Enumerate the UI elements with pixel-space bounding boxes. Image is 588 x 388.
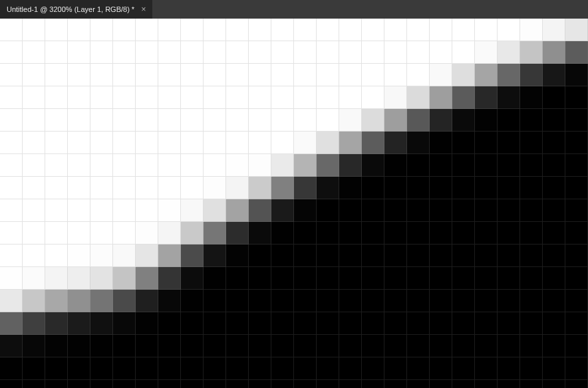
pixel — [23, 222, 45, 244]
pixel — [407, 312, 430, 335]
pixel — [520, 132, 543, 154]
pixel — [45, 267, 68, 290]
pixel — [226, 64, 249, 86]
pixel — [543, 312, 565, 335]
pixel — [136, 335, 158, 357]
pixel — [204, 19, 226, 41]
pixel — [226, 177, 249, 199]
pixel — [362, 19, 384, 41]
pixel — [475, 380, 498, 388]
pixel — [249, 41, 271, 64]
pixel — [181, 41, 204, 64]
close-icon[interactable]: × — [140, 0, 147, 19]
pixel — [249, 154, 271, 177]
pixel — [45, 177, 68, 199]
pixel — [384, 132, 407, 154]
pixel — [113, 132, 136, 154]
pixel — [565, 109, 588, 132]
pixel — [362, 267, 384, 290]
pixel — [317, 312, 339, 335]
pixel — [158, 41, 181, 64]
pixel — [0, 312, 23, 335]
pixel — [136, 312, 158, 335]
pixel — [204, 380, 226, 388]
pixel — [475, 154, 498, 177]
pixel — [407, 177, 430, 199]
pixel — [475, 312, 498, 335]
canvas-viewport[interactable] — [0, 19, 588, 388]
pixel — [204, 154, 226, 177]
pixel — [384, 19, 407, 41]
pixel — [317, 335, 339, 357]
pixel — [0, 109, 23, 132]
pixel — [226, 335, 249, 357]
pixel — [407, 64, 430, 86]
pixel — [317, 109, 339, 132]
pixel — [565, 380, 588, 388]
pixel — [181, 132, 204, 154]
pixel — [271, 380, 294, 388]
pixel — [475, 199, 498, 222]
pixel — [362, 380, 384, 388]
pixel — [271, 222, 294, 244]
pixel — [90, 86, 113, 109]
pixel — [543, 244, 565, 267]
pixel — [452, 357, 475, 380]
pixel — [475, 267, 498, 290]
pixel — [68, 177, 90, 199]
pixel — [362, 154, 384, 177]
pixel — [294, 244, 317, 267]
pixel — [430, 41, 452, 64]
pixel — [249, 199, 271, 222]
pixel — [452, 312, 475, 335]
pixel — [452, 244, 475, 267]
pixel — [362, 132, 384, 154]
pixel — [113, 109, 136, 132]
pixel — [384, 357, 407, 380]
pixel — [45, 132, 68, 154]
pixel — [45, 222, 68, 244]
pixel — [204, 244, 226, 267]
pixel — [23, 335, 45, 357]
pixel — [68, 86, 90, 109]
pixel — [362, 290, 384, 312]
pixel — [362, 357, 384, 380]
pixel — [0, 222, 23, 244]
pixel — [181, 19, 204, 41]
pixel — [158, 290, 181, 312]
pixel — [565, 64, 588, 86]
pixel — [136, 154, 158, 177]
pixel — [181, 154, 204, 177]
pixel — [475, 132, 498, 154]
pixel — [113, 335, 136, 357]
pixel — [294, 177, 317, 199]
pixel — [317, 41, 339, 64]
pixel — [68, 380, 90, 388]
pixel — [23, 290, 45, 312]
pixel — [0, 86, 23, 109]
pixel — [498, 177, 520, 199]
pixel — [271, 109, 294, 132]
pixel — [204, 335, 226, 357]
pixel — [452, 267, 475, 290]
pixel — [384, 64, 407, 86]
pixel — [113, 64, 136, 86]
pixel — [384, 244, 407, 267]
document-tab-title: Untitled-1 @ 3200% (Layer 1, RGB/8) * — [7, 0, 134, 19]
pixel — [158, 109, 181, 132]
pixel — [0, 19, 23, 41]
pixel — [384, 290, 407, 312]
pixel — [45, 19, 68, 41]
pixel — [362, 222, 384, 244]
pixel — [362, 41, 384, 64]
pixel — [90, 109, 113, 132]
pixel — [498, 86, 520, 109]
pixel — [181, 244, 204, 267]
pixel — [45, 380, 68, 388]
pixel — [181, 64, 204, 86]
pixel — [384, 380, 407, 388]
document-tab[interactable]: Untitled-1 @ 3200% (Layer 1, RGB/8) * × — [0, 0, 152, 19]
pixel — [565, 154, 588, 177]
pixel — [23, 86, 45, 109]
pixel — [498, 267, 520, 290]
